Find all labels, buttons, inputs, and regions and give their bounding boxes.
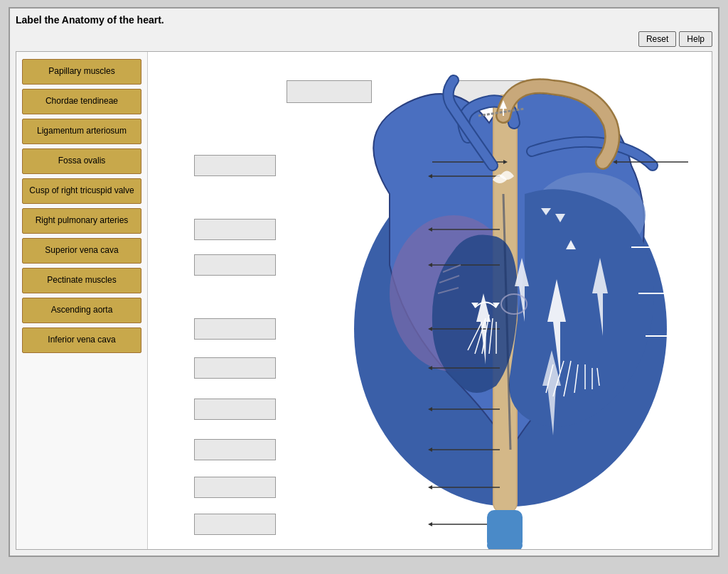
label-chip-papillary[interactable]: Papillary muscles <box>22 59 141 85</box>
label-chip-superior-vena[interactable]: Superior vena cava <box>22 238 141 264</box>
svg-marker-35 <box>678 245 682 249</box>
outer-container: Label the Anatomy of the heart. Reset He… <box>9 7 719 557</box>
drop-box-l1[interactable] <box>194 155 276 176</box>
drop-box-l8[interactable] <box>194 477 276 498</box>
reset-button[interactable]: Reset <box>638 31 676 47</box>
drop-box-l2[interactable] <box>194 219 276 240</box>
label-chip-right-pulmonary[interactable]: Right pulmonary arteries <box>22 208 141 234</box>
drop-box-l9[interactable] <box>194 514 276 535</box>
drop-box-l4[interactable] <box>194 318 276 340</box>
drop-box-l5[interactable] <box>194 357 276 379</box>
label-chip-cusp[interactable]: Cusp of right tricuspid valve <box>22 178 141 204</box>
svg-marker-37 <box>678 291 682 296</box>
heart-svg <box>290 52 702 549</box>
content-area <box>148 52 712 549</box>
toolbar: Reset Help <box>16 31 712 47</box>
drop-box-l6[interactable] <box>194 399 276 420</box>
label-chip-chordae[interactable]: Chordae tendineae <box>22 89 141 114</box>
label-chip-pectinate[interactable]: Pectinate muscles <box>22 268 141 293</box>
svg-marker-33 <box>428 522 432 526</box>
label-chip-ligamentum[interactable]: Ligamentum arteriosum <box>22 119 141 144</box>
svg-rect-43 <box>487 510 523 549</box>
svg-marker-39 <box>678 334 682 338</box>
label-chip-fossa[interactable]: Fossa ovalis <box>22 148 141 174</box>
main-area: Papillary muscles Chordae tendineae Liga… <box>16 51 712 550</box>
svg-marker-31 <box>428 485 432 489</box>
heart-diagram <box>148 52 712 549</box>
label-chip-ascending[interactable]: Ascending aorta <box>22 298 141 323</box>
drop-box-l7[interactable] <box>194 439 276 460</box>
drop-box-l3[interactable] <box>194 254 276 276</box>
sidebar: Papillary muscles Chordae tendineae Liga… <box>16 52 148 549</box>
label-chip-inferior-vena[interactable]: Inferior vena cava <box>22 327 141 353</box>
help-button[interactable]: Help <box>679 31 712 47</box>
page-title: Label the Anatomy of the heart. <box>16 14 712 26</box>
